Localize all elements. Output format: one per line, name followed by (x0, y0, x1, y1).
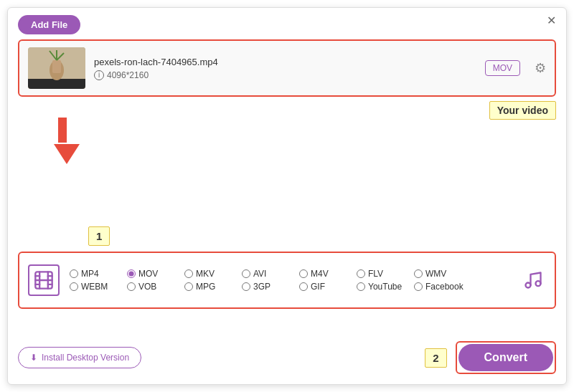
file-info: pexels-ron-lach-7404965.mp4 i 4096*2160 (94, 57, 476, 80)
format-3gp[interactable]: 3GP (242, 282, 299, 292)
format-selector-area: MP4 MOV MKV AVI M4V (18, 252, 556, 309)
bottom-bar: ⬇ Install Desktop Version 2 Convert (18, 341, 556, 374)
radio-vob[interactable] (127, 282, 136, 291)
close-button[interactable]: ✕ (547, 15, 556, 27)
radio-gif[interactable] (299, 282, 308, 291)
radio-mpg[interactable] (184, 282, 193, 291)
format-mpg[interactable]: MPG (184, 282, 242, 292)
film-icon (28, 264, 60, 296)
radio-flv[interactable] (357, 269, 365, 278)
svg-rect-3 (52, 60, 61, 73)
convert-area: Convert (456, 341, 556, 374)
radio-facebook[interactable] (414, 282, 423, 291)
radio-mp4[interactable] (70, 269, 78, 278)
install-desktop-button[interactable]: ⬇ Install Desktop Version (18, 347, 141, 368)
format-wmv[interactable]: WMV (414, 269, 471, 279)
format-mkv[interactable]: MKV (184, 269, 242, 279)
step1-label: 1 (88, 226, 110, 246)
radio-mkv[interactable] (184, 269, 193, 278)
format-badge[interactable]: MOV (485, 60, 520, 76)
your-video-label: Your video (489, 101, 556, 120)
music-icon (520, 270, 546, 290)
svg-point-16 (536, 281, 541, 286)
format-webm[interactable]: WEBM (70, 282, 127, 292)
down-arrow (51, 119, 77, 164)
format-m4v[interactable]: M4V (299, 269, 357, 279)
add-file-button[interactable]: Add File (18, 15, 80, 34)
file-area: pexels-ron-lach-7404965.mp4 i 4096*2160 … (18, 39, 556, 97)
install-desktop-label: Install Desktop Version (42, 353, 129, 363)
radio-wmv[interactable] (414, 269, 423, 278)
file-resolution: i 4096*2160 (94, 70, 476, 80)
format-facebook[interactable]: Facebook (414, 282, 471, 292)
radio-avi[interactable] (242, 269, 250, 278)
format-mp4[interactable]: MP4 (70, 269, 127, 279)
info-icon: i (94, 70, 104, 80)
main-window: ✕ Add File pexels-ron-lach (7, 7, 567, 385)
convert-button[interactable]: Convert (458, 344, 553, 371)
step2-label: 2 (425, 348, 446, 368)
format-avi[interactable]: AVI (242, 269, 299, 279)
format-gif[interactable]: GIF (299, 282, 357, 292)
radio-webm[interactable] (70, 282, 78, 291)
svg-rect-1 (28, 79, 85, 89)
radio-youtube[interactable] (357, 282, 365, 291)
file-name: pexels-ron-lach-7404965.mp4 (94, 57, 476, 67)
video-thumbnail (28, 47, 85, 89)
radio-3gp[interactable] (242, 282, 250, 291)
format-flv[interactable]: FLV (357, 269, 414, 279)
format-youtube[interactable]: YouTube (357, 282, 414, 292)
bottom-right: 2 Convert (425, 341, 556, 374)
radio-mov[interactable] (127, 269, 136, 278)
radio-m4v[interactable] (299, 269, 308, 278)
download-icon: ⬇ (30, 353, 37, 363)
format-vob[interactable]: VOB (127, 282, 184, 292)
svg-point-15 (526, 283, 531, 288)
settings-icon[interactable]: ⚙ (535, 60, 546, 76)
format-mov[interactable]: MOV (127, 269, 184, 279)
